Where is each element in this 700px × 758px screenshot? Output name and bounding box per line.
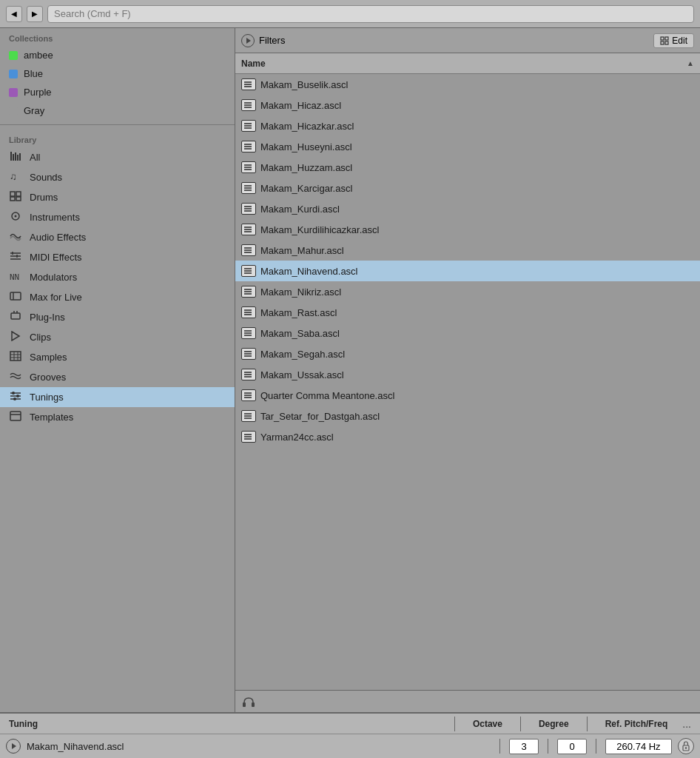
sidebar-item-all[interactable]: All: [0, 147, 235, 167]
svg-rect-35: [10, 412, 21, 420]
status-bar-top: Tuning Octave Degree Ref. Pitch/Freq ...: [0, 714, 700, 734]
file-item-makam-buselik[interactable]: Makam_Buselik.ascl: [235, 74, 700, 95]
sidebar-item-label-midi-effects: MIDI Effects: [30, 252, 82, 263]
file-item-makam-kurdi[interactable]: Makam_Kurdi.ascl: [235, 198, 700, 219]
file-item-makam-karcigar[interactable]: Makam_Karcigar.ascl: [235, 178, 700, 198]
collection-color-gray: [9, 107, 18, 115]
audio-effects-icon: [9, 231, 22, 244]
instruments-icon: [9, 211, 22, 224]
sidebar-item-label-instruments: Instruments: [30, 212, 80, 223]
svg-rect-6: [10, 192, 15, 196]
sidebar-item-drums[interactable]: Drums: [0, 187, 235, 207]
collection-item-ambee[interactable]: ambee: [0, 46, 235, 64]
file-item-name: Makam_Mahur.ascl: [260, 245, 344, 256]
more-options-button[interactable]: ...: [682, 718, 691, 730]
file-item-makam-nikriz[interactable]: Makam_Nikriz.ascl: [235, 281, 700, 302]
sidebar-item-clips[interactable]: Clips: [0, 327, 235, 347]
svg-point-11: [15, 215, 17, 218]
filters-play-button[interactable]: [241, 34, 255, 47]
svg-rect-8: [10, 197, 15, 201]
svg-point-32: [12, 392, 15, 395]
plug-ins-icon: [9, 311, 22, 323]
filters-left: Filters: [241, 34, 285, 47]
file-type-icon: [241, 265, 256, 277]
file-type-icon: [241, 120, 256, 132]
octave-field[interactable]: 3: [509, 739, 539, 754]
file-item-makam-huzzam[interactable]: Makam_Huzzam.ascl: [235, 157, 700, 178]
column-header: Name ▲: [235, 53, 700, 74]
sidebar-item-grooves[interactable]: Grooves: [0, 367, 235, 387]
sidebar-item-midi-effects[interactable]: MIDI Effects: [0, 247, 235, 267]
sidebar-item-plug-ins[interactable]: Plug-Ins: [0, 307, 235, 327]
collection-item-purple[interactable]: Purple: [0, 83, 235, 101]
file-type-icon: [241, 286, 256, 298]
sidebar-item-label-all: All: [30, 152, 40, 163]
sidebar-item-max-for-live[interactable]: Max for Live: [0, 287, 235, 307]
edit-button[interactable]: Edit: [653, 33, 694, 48]
degree-field[interactable]: 0: [557, 739, 587, 754]
collection-item-blue[interactable]: Blue: [0, 64, 235, 83]
sidebar-item-samples[interactable]: Samples: [0, 347, 235, 367]
status-play-button[interactable]: [6, 739, 21, 754]
file-item-makam-hicaz[interactable]: Makam_Hicaz.ascl: [235, 95, 700, 115]
collection-color-blue: [9, 70, 18, 78]
grooves-icon: [9, 371, 22, 383]
file-item-makam-huseyni[interactable]: Makam_Huseyni.ascl: [235, 136, 700, 157]
app-container: ◀ ▶ Collections ambee Blue Purple Gray: [0, 0, 700, 758]
file-item-makam-rast[interactable]: Makam_Rast.ascl: [235, 302, 700, 323]
file-type-icon: [241, 224, 256, 235]
file-item-makam-segah[interactable]: Makam_Segah.ascl: [235, 343, 700, 364]
file-item-name: Makam_Huzzam.ascl: [260, 162, 352, 173]
status-bottom-divider-1: [499, 739, 500, 754]
status-bottom-divider-3: [596, 739, 596, 754]
file-item-makam-kurdilihicazkar[interactable]: Makam_Kurdilihicazkar.ascl: [235, 219, 700, 240]
main-content: Collections ambee Blue Purple Gray Libra…: [0, 28, 700, 712]
file-item-makam-saba[interactable]: Makam_Saba.ascl: [235, 323, 700, 343]
file-item-makam-hicazkar[interactable]: Makam_Hicazkar.ascl: [235, 115, 700, 136]
file-item-makam-mahur[interactable]: Makam_Mahur.ascl: [235, 240, 700, 261]
collections-section-label: Collections: [0, 28, 235, 46]
file-item-name: Makam_Buselik.ascl: [260, 79, 349, 90]
file-type-icon: [241, 203, 256, 215]
sidebar-item-tunings[interactable]: Tunings: [0, 387, 235, 407]
lock-button[interactable]: [678, 738, 694, 754]
all-icon: [9, 151, 22, 164]
midi-effects-icon: [9, 251, 22, 264]
clips-icon: [9, 331, 22, 343]
file-item-yarman24cc[interactable]: Yarman24cc.ascl: [235, 426, 700, 447]
file-item-name: Makam_Ussak.ascl: [260, 369, 344, 380]
ref-pitch-field[interactable]: 260.74 Hz: [605, 739, 672, 754]
file-type-icon: [241, 161, 256, 173]
svg-rect-1: [13, 154, 14, 161]
sidebar-item-instruments[interactable]: Instruments: [0, 207, 235, 227]
file-item-makam-nihavend[interactable]: Makam_Nihavend.ascl: [235, 261, 700, 281]
file-type-icon: [241, 410, 256, 422]
templates-icon: [9, 411, 22, 423]
svg-rect-20: [11, 313, 20, 319]
sort-arrow-icon: ▲: [687, 59, 694, 67]
forward-button[interactable]: ▶: [27, 6, 43, 22]
collection-label-blue: Blue: [24, 68, 43, 79]
sidebar-item-sounds[interactable]: ♫ Sounds: [0, 167, 235, 187]
collection-item-gray[interactable]: Gray: [0, 101, 235, 120]
drums-icon: [9, 191, 22, 204]
right-panel: Filters Edit Name ▲: [235, 28, 700, 712]
svg-text:♫: ♫: [10, 171, 17, 181]
svg-rect-38: [665, 37, 668, 40]
sidebar-item-templates[interactable]: Templates: [0, 407, 235, 427]
sidebar-item-label-sounds: Sounds: [30, 172, 62, 183]
back-button[interactable]: ◀: [6, 6, 22, 22]
sidebar-item-modulators[interactable]: NN Modulators: [0, 267, 235, 287]
svg-rect-24: [10, 352, 21, 360]
file-type-icon: [241, 244, 256, 256]
tuning-label: Tuning: [9, 719, 38, 729]
file-item-quarter-comma[interactable]: Quarter Comma Meantone.ascl: [235, 385, 700, 406]
tunings-icon: [9, 391, 22, 403]
file-item-makam-ussak[interactable]: Makam_Ussak.ascl: [235, 364, 700, 385]
collection-label-gray: Gray: [24, 105, 44, 116]
sidebar-item-audio-effects[interactable]: Audio Effects: [0, 227, 235, 247]
search-input[interactable]: [47, 5, 694, 23]
svg-point-33: [16, 395, 19, 398]
file-type-icon: [241, 141, 256, 152]
file-item-tar-setar[interactable]: Tar_Setar_for_Dastgah.ascl: [235, 406, 700, 426]
